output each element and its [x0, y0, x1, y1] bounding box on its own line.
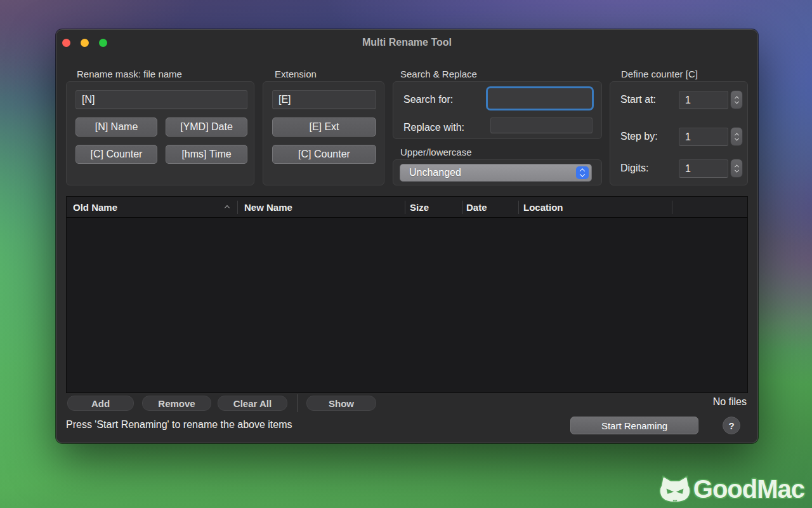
- file-table: Old Name New Name Size Date Location: [66, 196, 748, 393]
- file-count-label: No files: [713, 396, 747, 408]
- search-replace-label: Search & Replace: [400, 69, 477, 79]
- extension-label: Extension: [275, 69, 317, 79]
- column-divider: [237, 201, 238, 214]
- mask-date-button[interactable]: [YMD] Date: [166, 117, 247, 137]
- window-titlebar[interactable]: Multi Rename Tool: [56, 30, 757, 55]
- goodmac-watermark: GoodMac: [658, 474, 804, 504]
- column-header-date[interactable]: Date: [466, 202, 487, 213]
- minimize-button[interactable]: [81, 39, 89, 47]
- column-divider: [462, 201, 463, 214]
- zoom-button[interactable]: [99, 39, 107, 47]
- start-at-label: Start at:: [620, 94, 656, 105]
- file-table-header: Old Name New Name Size Date Location: [67, 197, 747, 218]
- goodmac-cat-icon: [658, 474, 692, 504]
- desktop-wallpaper: Multi Rename Tool Rename mask: file name…: [0, 0, 812, 508]
- add-button[interactable]: Add: [67, 396, 134, 411]
- upper-lowercase-group: Unchanged: [393, 159, 602, 185]
- digits-stepper[interactable]: [730, 159, 743, 178]
- app-window: Multi Rename Tool Rename mask: file name…: [56, 29, 758, 443]
- traffic-lights: [62, 30, 107, 55]
- column-divider: [672, 201, 672, 214]
- ext-counter-button[interactable]: [C] Counter: [272, 145, 376, 164]
- column-header-old-name[interactable]: Old Name: [73, 202, 117, 213]
- step-by-input[interactable]: [679, 128, 728, 146]
- clear-all-button[interactable]: Clear All: [218, 396, 287, 411]
- extension-group: [E] Ext [C] Counter: [263, 81, 384, 185]
- define-counter-label: Define counter [C]: [621, 69, 698, 79]
- remove-button[interactable]: Remove: [142, 396, 211, 411]
- search-replace-group: Search for: Replace with:: [393, 81, 602, 139]
- extension-input[interactable]: [272, 90, 376, 109]
- close-button[interactable]: [62, 39, 70, 47]
- replace-with-label: Replace with:: [403, 122, 464, 133]
- define-counter-group: Start at: Step by: Digits:: [610, 81, 748, 185]
- start-at-stepper[interactable]: [730, 90, 743, 109]
- search-for-input[interactable]: [486, 86, 594, 110]
- step-by-label: Step by:: [620, 131, 658, 142]
- search-for-label: Search for:: [403, 94, 453, 105]
- mask-counter-button[interactable]: [C] Counter: [75, 145, 157, 164]
- column-header-new-name[interactable]: New Name: [244, 202, 292, 213]
- mask-name-button[interactable]: [N] Name: [75, 117, 157, 137]
- column-divider: [405, 201, 405, 214]
- digits-label: Digits:: [620, 163, 648, 174]
- column-divider: [518, 201, 519, 214]
- ext-ext-button[interactable]: [E] Ext: [272, 117, 376, 137]
- column-header-size[interactable]: Size: [410, 202, 429, 213]
- mask-time-button[interactable]: [hms] Time: [166, 145, 247, 164]
- start-renaming-button[interactable]: Start Renaming: [570, 417, 698, 434]
- rename-mask-input[interactable]: [75, 90, 247, 109]
- rename-mask-label: Rename mask: file name: [77, 69, 182, 79]
- column-header-location[interactable]: Location: [523, 202, 563, 213]
- start-at-input[interactable]: [679, 91, 728, 109]
- goodmac-wordmark: GoodMac: [693, 475, 804, 504]
- window-title: Multi Rename Tool: [56, 37, 757, 48]
- rename-mask-group: [N] Name [YMD] Date [C] Counter [hms] Ti…: [66, 81, 254, 185]
- upper-lowercase-label: Upper/lowercase: [400, 147, 472, 157]
- step-by-stepper[interactable]: [730, 127, 743, 146]
- status-message: Press 'Start Renaming' to rename the abo…: [66, 419, 292, 431]
- case-select-value: Unchanged: [409, 167, 461, 178]
- digits-input[interactable]: [679, 159, 728, 178]
- case-select[interactable]: Unchanged: [400, 164, 592, 182]
- replace-with-input[interactable]: [490, 117, 593, 133]
- popup-chevrons-icon: [576, 166, 589, 179]
- help-button[interactable]: ?: [723, 417, 740, 434]
- sort-ascending-icon: [225, 205, 229, 209]
- show-button[interactable]: Show: [306, 396, 376, 411]
- button-divider: [297, 394, 298, 412]
